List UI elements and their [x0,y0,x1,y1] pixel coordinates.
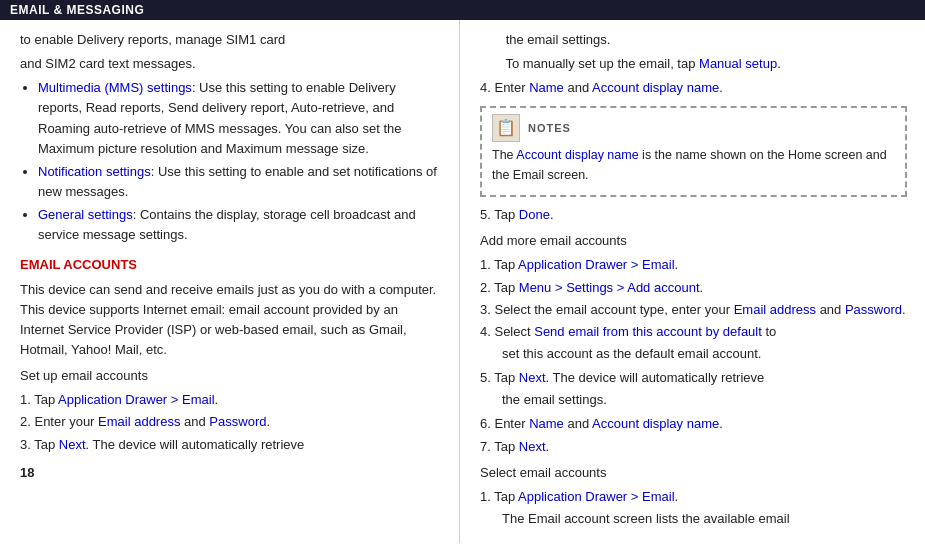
bullet-mms: Multimedia (MMS) settings: Use this sett… [38,78,441,159]
step4-link2[interactable]: Account display name [592,80,719,95]
right-step3-manual: To manually set up the email, tap Manual… [480,54,907,74]
step3-cont-text: the email settings. [506,32,611,47]
right-step4: 4. Enter Name and Account display name. [480,78,907,98]
right-step5: 5. Tap Done. [480,205,907,225]
add-step-5-indent: the email settings. [480,390,907,410]
add-steps-list: 1. Tap Application Drawer > Email. 2. Ta… [480,255,907,456]
intro-line1: to enable Delivery reports, manage SIM1 … [20,30,441,50]
notes-title: NOTES [528,120,571,137]
settings-bullet-list: Multimedia (MMS) settings: Use this sett… [20,78,441,245]
step2-text: Enter your [34,414,98,429]
add-step-4: 4. Select Send email from this account b… [480,322,907,342]
notes-body-link: Account display name [516,148,638,162]
setup-heading: Set up email accounts [20,366,441,386]
notes-body-pre: The [492,148,516,162]
step5-link[interactable]: Done [519,207,550,222]
step2-num: 2. [20,414,31,429]
step3-rest: . The device will automatically retrieve [86,437,305,452]
setup-steps-list: 1. Tap Application Drawer > Email. 2. En… [20,390,441,454]
setup-step-1: 1. Tap Application Drawer > Email. [20,390,441,410]
select-heading: Select email accounts [480,463,907,483]
add-step-6: 6. Enter Name and Account display name. [480,414,907,434]
step4-num: 4. [480,80,491,95]
step3-link[interactable]: Next [59,437,86,452]
step2-link2[interactable]: Password [209,414,266,429]
step1-text: Tap [34,392,58,407]
email-accounts-heading: EMAIL ACCOUNTS [20,255,441,275]
step1-link[interactable]: Application Drawer > Email [58,392,214,407]
add-step-1: 1. Tap Application Drawer > Email. [480,255,907,275]
setup-step-2: 2. Enter your Email address and Password… [20,412,441,432]
add-heading: Add more email accounts [480,231,907,251]
step4-link[interactable]: Name [529,80,564,95]
step1-rest: . [215,392,219,407]
left-column: to enable Delivery reports, manage SIM1 … [0,20,460,543]
add-step-3: 3. Select the email account type, enter … [480,300,907,320]
select-step-1: 1. Tap Application Drawer > Email. [480,487,907,507]
select-step-1-indent: The Email account screen lists the avail… [480,509,907,529]
setup-step-3: 3. Tap Next. The device will automatical… [20,435,441,455]
top-bar-label: EMAIL & MESSAGING [10,3,144,17]
notification-link[interactable]: Notification settings [38,164,151,179]
general-link[interactable]: General settings [38,207,133,222]
right-column: the email settings. To manually set up t… [460,20,925,543]
add-step-4-indent: set this account as the default email ac… [480,344,907,364]
notes-header: 📋 NOTES [492,114,895,142]
top-bar: EMAIL & MESSAGING [0,0,925,20]
bullet-general: General settings: Contains the display, … [38,205,441,245]
intro-line2: and SIM2 card text messages. [20,54,441,74]
step2-mid: and [180,414,209,429]
step2-rest: . [266,414,270,429]
step2-link[interactable]: Email address [98,414,180,429]
page-number: 18 [20,463,441,483]
mms-link[interactable]: Multimedia (MMS) settings [38,80,192,95]
add-step-5: 5. Tap Next. The device will automatical… [480,368,907,388]
notes-icon: 📋 [492,114,520,142]
email-accounts-para: This device can send and receive emails … [20,280,441,361]
add-step-7: 7. Tap Next. [480,437,907,457]
notes-body: The Account display name is the name sho… [492,146,895,185]
step3-text: Tap [34,437,59,452]
step3-end: . [777,56,781,71]
step3-num: 3. [20,437,31,452]
step4-text: Enter [494,80,529,95]
manual-setup-link[interactable]: Manual setup [699,56,777,71]
select-steps-list: 1. Tap Application Drawer > Email. The E… [480,487,907,529]
step5-num: 5. [480,207,491,222]
step1-num: 1. [20,392,31,407]
add-step-2: 2. Tap Menu > Settings > Add account. [480,278,907,298]
bullet-notification: Notification settings: Use this setting … [38,162,441,202]
step4-mid: and [564,80,592,95]
step5-end: . [550,207,554,222]
main-content: to enable Delivery reports, manage SIM1 … [0,20,925,543]
notes-box: 📋 NOTES The Account display name is the … [480,106,907,197]
step5-text: Tap [494,207,519,222]
step3-manual-text: To manually set up the email, tap [505,56,699,71]
step4-end: . [719,80,723,95]
right-step3-cont: the email settings. [480,30,907,50]
